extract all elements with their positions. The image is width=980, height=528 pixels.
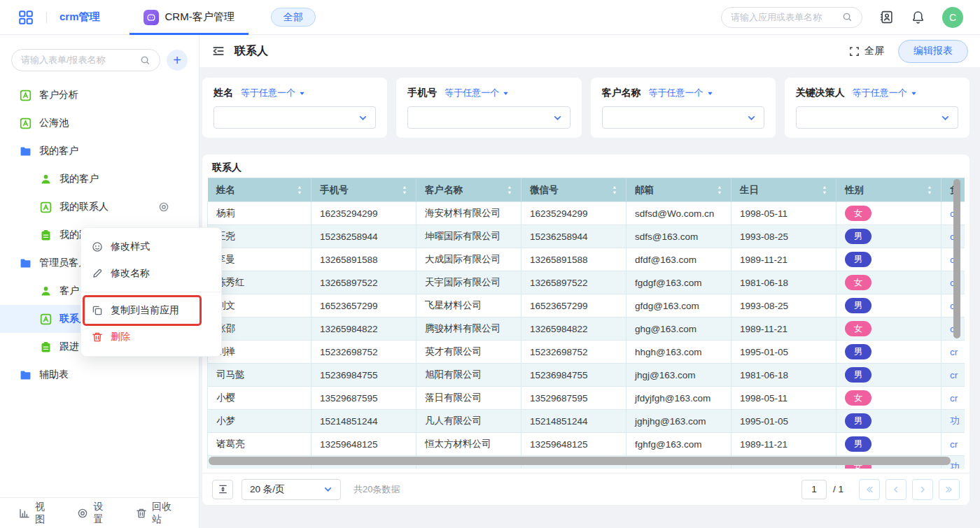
cell-birthday: 1981-06-18	[732, 271, 836, 294]
cell-owner[interactable]: cr	[941, 387, 965, 410]
add-form-button[interactable]: +	[167, 50, 188, 71]
filter-operator-button[interactable]: 等于任意一个	[444, 87, 509, 99]
column-header[interactable]: 生日	[732, 178, 836, 202]
collapse-sidebar-icon[interactable]	[211, 44, 225, 58]
table-row[interactable]: 小梦 15214851244 凡人有限公司 15214851244 jghjhg…	[208, 410, 965, 433]
filter-value-select[interactable]	[407, 106, 570, 129]
table-row[interactable]: 司马懿 15236984755 旭阳有限公司 15236984755 jhgj@…	[208, 364, 965, 387]
sidebar-footer-gear[interactable]: 设置	[77, 501, 111, 526]
app-tab-crm[interactable]: CRM-客户管理	[130, 0, 248, 35]
column-header[interactable]: 邮箱	[626, 178, 732, 202]
sidebar-footer-trash[interactable]: 回收站	[136, 501, 180, 526]
topbar-divider	[46, 12, 47, 23]
filter-value-select[interactable]	[796, 106, 958, 129]
filter-value-select[interactable]	[602, 106, 764, 129]
edit-report-button[interactable]: 编辑报表	[898, 40, 968, 63]
table-row[interactable]: 张邵 13265984822 腾骏材料有限公司 13265984822 ghg@…	[208, 317, 965, 341]
cell-owner[interactable]: cr	[941, 433, 965, 456]
sidebar-footer-chart[interactable]: 视图	[19, 501, 53, 526]
gender-badge: 男	[845, 252, 872, 267]
table-row[interactable]: 王尧 15236258944 坤曜国际有限公司 15236258944 sdfs…	[208, 225, 965, 248]
apps-grid-icon[interactable]	[18, 10, 34, 25]
scroll-top-icon[interactable]	[212, 480, 233, 499]
chevron-down-icon	[323, 485, 332, 494]
filter-operator-button[interactable]: 等于任意一个	[853, 87, 917, 99]
cell-email: jhgj@163.com	[626, 364, 732, 387]
scope-all-button[interactable]: 全部	[271, 8, 316, 27]
sidebar-item[interactable]: 我的客户	[0, 137, 199, 165]
cell-owner[interactable]: 功	[941, 410, 965, 433]
column-header[interactable]: 手机号	[312, 178, 416, 202]
cell-email: jfdyjfgh@163.com	[626, 387, 732, 410]
sidebar-item[interactable]: 客户分析	[0, 81, 199, 109]
context-menu-item[interactable]: 修改名称	[81, 260, 221, 287]
column-header[interactable]: 性别	[836, 178, 941, 202]
filter-value-select[interactable]	[214, 106, 376, 129]
gender-badge: 男	[845, 298, 872, 313]
column-header[interactable]: 姓名	[208, 178, 312, 202]
person-icon	[40, 173, 52, 185]
page-number-input[interactable]: 1	[802, 480, 827, 499]
column-header-label: 生日	[740, 184, 759, 197]
sort-icon[interactable]	[297, 185, 302, 194]
filter-operator-button[interactable]: 等于任意一个	[241, 87, 305, 99]
filter-card: 姓名 等于任意一个	[202, 78, 387, 138]
gender-badge: 女	[845, 321, 872, 336]
user-avatar[interactable]: C	[942, 7, 963, 28]
sidebar-item[interactable]: 辅助表	[0, 361, 199, 389]
sort-icon[interactable]	[927, 185, 932, 194]
context-menu-item[interactable]: 复制到当前应用	[81, 297, 221, 324]
table-row[interactable]: 杨莉 16235294299 海安材料有限公司 16235294299 sdfs…	[208, 202, 965, 225]
sidebar-item[interactable]: 我的客户	[0, 165, 199, 193]
sidebar-item[interactable]: 公海池	[0, 109, 199, 137]
table-row[interactable]: 诸葛亮 13259648125 恒太方材料公司 13259648125 fghf…	[208, 433, 965, 456]
page-total-label: / 1	[833, 484, 844, 494]
sort-icon[interactable]	[507, 185, 512, 194]
sort-icon[interactable]	[822, 185, 827, 194]
clipboard-icon	[40, 229, 52, 241]
search-icon	[140, 55, 150, 66]
context-menu-item[interactable]: 修改样式	[81, 234, 221, 260]
sort-icon[interactable]	[612, 185, 617, 194]
context-menu-item[interactable]: 删除	[81, 324, 221, 350]
last-page-button[interactable]	[939, 479, 960, 500]
gear-icon[interactable]	[158, 201, 169, 213]
column-header[interactable]: 客户名称	[416, 178, 522, 202]
table-row[interactable]: 刘文 16523657299 飞星材料公司 16523657299 gfdg@1…	[208, 294, 965, 317]
cell-company: 凡人有限公司	[416, 410, 522, 433]
contacts-icon[interactable]	[879, 10, 894, 24]
table-row[interactable]: 陈秀红 13265897522 天宇国际有限公司 13265897522 fgd…	[208, 271, 965, 294]
global-search-input[interactable]: 请输入应用或表单名称	[721, 7, 862, 28]
cell-company: 大成国际有限公司	[416, 248, 522, 271]
column-header[interactable]: 微信号	[522, 178, 626, 202]
sort-icon[interactable]	[717, 185, 722, 194]
cell-birthday: 1989-11-21	[732, 317, 836, 341]
bell-icon[interactable]	[911, 10, 925, 24]
form-search-input[interactable]: 请输入表单/报表名称	[11, 49, 160, 71]
table-header-row: 姓名 手机号 客户名称 微信号 邮箱 生日 性别 负	[208, 178, 965, 202]
cell-wechat: 15232698752	[522, 341, 626, 364]
workspace-link[interactable]: crm管理	[59, 10, 100, 24]
vertical-scrollbar[interactable]	[953, 179, 960, 338]
page-size-select[interactable]: 20 条/页	[241, 479, 341, 500]
sort-icon[interactable]	[402, 185, 407, 194]
sidebar-footer-label: 设置	[93, 501, 111, 526]
cell-owner[interactable]: cr	[941, 341, 965, 364]
table-row[interactable]: 小樱 13529687595 落日有限公司 13529687595 jfdyjf…	[208, 387, 965, 410]
horizontal-scrollbar[interactable]	[209, 457, 951, 465]
clipboard-icon	[40, 341, 52, 353]
next-page-button[interactable]	[912, 479, 933, 500]
filter-operator-button[interactable]: 等于任意一个	[649, 87, 713, 99]
prev-page-button[interactable]	[886, 479, 906, 500]
cell-owner[interactable]: cr	[941, 364, 965, 387]
sidebar-search-row: 请输入表单/报表名称 +	[0, 35, 199, 81]
contacts-table: 姓名 手机号 客户名称 微信号 邮箱 生日 性别 负	[207, 178, 965, 469]
person-icon	[40, 285, 52, 297]
cell-name: 陈秀红	[208, 271, 312, 294]
sidebar-item[interactable]: 我的联系人	[0, 193, 199, 221]
trash-icon	[136, 508, 147, 519]
fullscreen-button[interactable]: 全屏	[849, 45, 884, 57]
table-row[interactable]: 李曼 13265891588 大成国际有限公司 13265891588 dfdf…	[208, 248, 965, 271]
table-row[interactable]: 刘禅 15232698752 英才有限公司 15232698752 hhgh@1…	[208, 341, 965, 364]
first-page-button[interactable]	[859, 479, 880, 500]
